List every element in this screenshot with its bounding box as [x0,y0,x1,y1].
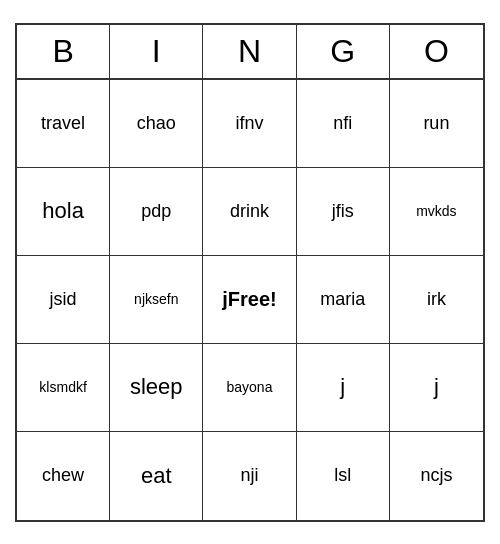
header-cell: B [17,25,110,78]
header-cell: I [110,25,203,78]
grid-cell: pdp [110,168,203,256]
grid-cell: drink [203,168,296,256]
grid-cell: chew [17,432,110,520]
grid-cell: mvkds [390,168,483,256]
grid-cell: lsl [297,432,390,520]
bingo-card: BINGO travelchaoifnvnfirunholapdpdrinkjf… [15,23,485,522]
bingo-header: BINGO [17,25,483,80]
grid-cell: maria [297,256,390,344]
grid-cell: jFree! [203,256,296,344]
grid-cell: nji [203,432,296,520]
grid-cell: chao [110,80,203,168]
grid-cell: sleep [110,344,203,432]
grid-cell: nfi [297,80,390,168]
grid-cell: irk [390,256,483,344]
grid-cell: bayona [203,344,296,432]
grid-cell: njksefn [110,256,203,344]
grid-cell: hola [17,168,110,256]
grid-cell: j [390,344,483,432]
grid-cell: jfis [297,168,390,256]
grid-cell: klsmdkf [17,344,110,432]
header-cell: G [297,25,390,78]
bingo-grid: travelchaoifnvnfirunholapdpdrinkjfismvkd… [17,80,483,520]
grid-cell: j [297,344,390,432]
grid-cell: jsid [17,256,110,344]
grid-cell: travel [17,80,110,168]
grid-cell: ifnv [203,80,296,168]
header-cell: O [390,25,483,78]
grid-cell: eat [110,432,203,520]
grid-cell: run [390,80,483,168]
grid-cell: ncjs [390,432,483,520]
header-cell: N [203,25,296,78]
